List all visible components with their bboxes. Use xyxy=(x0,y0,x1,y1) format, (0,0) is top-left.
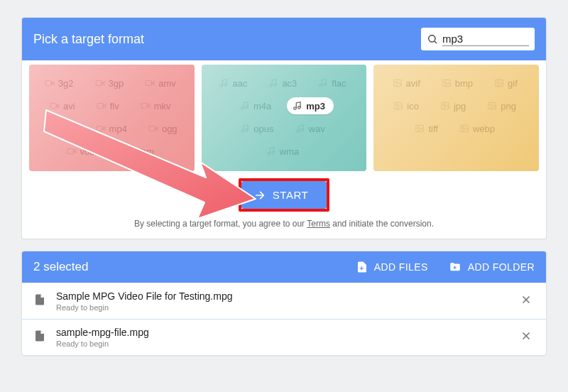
selection-actions: ADD FILES ADD FOLDER xyxy=(356,261,535,273)
svg-point-24 xyxy=(220,85,223,87)
format-group-image: avifbmpgificojpgpngtiffwebp xyxy=(373,65,539,171)
add-folder-button[interactable]: ADD FOLDER xyxy=(448,261,535,273)
format-pill-aac[interactable]: aac xyxy=(213,75,256,92)
format-pill-webm[interactable]: webm xyxy=(110,143,163,160)
remove-file-button[interactable] xyxy=(518,291,535,312)
svg-rect-58 xyxy=(359,268,363,268)
format-pill-3gp[interactable]: 3gp xyxy=(89,75,133,92)
svg-rect-4 xyxy=(96,81,102,86)
svg-point-41 xyxy=(395,82,397,83)
music-note-icon xyxy=(240,124,250,134)
format-pill-opus[interactable]: opus xyxy=(234,120,282,137)
format-pill-tiff[interactable]: tiff xyxy=(409,120,447,137)
search-input[interactable] xyxy=(442,33,529,46)
format-pill-flac[interactable]: flac xyxy=(312,75,354,92)
format-pill-avi[interactable]: avi xyxy=(44,97,84,114)
format-pill-label: vob xyxy=(80,147,95,156)
svg-point-30 xyxy=(241,107,244,110)
svg-point-36 xyxy=(296,130,299,133)
svg-point-26 xyxy=(270,85,273,87)
start-label: START xyxy=(273,189,308,201)
format-pill-label: ogg xyxy=(162,124,178,134)
remove-file-button[interactable] xyxy=(518,327,535,348)
format-pill-ico[interactable]: ico xyxy=(388,97,427,114)
file-icon xyxy=(33,330,46,345)
svg-point-25 xyxy=(224,84,227,87)
format-pill-mov[interactable]: mov xyxy=(38,120,83,137)
format-pill-ogg[interactable]: ogg xyxy=(143,120,186,137)
music-note-icon xyxy=(318,78,328,88)
folder-plus-icon xyxy=(448,261,462,273)
svg-point-34 xyxy=(241,130,244,133)
svg-rect-22 xyxy=(117,149,123,154)
format-pill-jpg[interactable]: jpg xyxy=(435,97,474,114)
svg-rect-8 xyxy=(50,104,56,109)
format-pill-gif[interactable]: gif xyxy=(488,75,526,92)
format-pill-label: jpg xyxy=(454,102,466,111)
video-icon xyxy=(116,146,126,156)
format-pill-mkv[interactable]: mkv xyxy=(135,97,180,114)
image-icon xyxy=(393,101,403,111)
svg-point-29 xyxy=(324,84,327,87)
svg-point-28 xyxy=(320,85,322,87)
format-pill-3g2[interactable]: 3g2 xyxy=(39,75,82,92)
format-pill-wma[interactable]: wma xyxy=(261,143,307,160)
svg-point-51 xyxy=(490,104,491,106)
format-pill-label: flv xyxy=(110,102,119,111)
file-status: Ready to begin xyxy=(56,303,508,312)
format-pill-label: webm xyxy=(129,147,154,156)
svg-rect-60 xyxy=(453,267,457,268)
svg-rect-14 xyxy=(44,126,50,131)
format-pill-ac3[interactable]: ac3 xyxy=(263,75,305,92)
music-note-icon xyxy=(240,101,250,111)
image-icon xyxy=(415,124,425,134)
format-pill-avif[interactable]: avif xyxy=(387,75,429,92)
format-pill-label: bmp xyxy=(455,79,473,88)
format-pill-m4a[interactable]: m4a xyxy=(234,97,280,114)
format-pill-label: avi xyxy=(63,102,75,111)
search-box[interactable] xyxy=(421,28,535,50)
format-pill-label: 3g2 xyxy=(58,79,74,88)
format-pill-label: 3gp xyxy=(109,79,124,88)
file-plus-icon xyxy=(356,261,368,273)
format-pill-mp4[interactable]: mp4 xyxy=(90,120,136,137)
svg-point-45 xyxy=(497,82,498,83)
svg-point-39 xyxy=(271,152,274,155)
svg-point-31 xyxy=(246,107,248,109)
format-pill-png[interactable]: png xyxy=(481,97,525,114)
format-pill-mp3[interactable]: mp3 xyxy=(287,97,334,114)
video-icon xyxy=(50,101,60,111)
format-group-audio: aacac3flacm4amp3opuswavwma xyxy=(202,65,367,171)
format-pill-bmp[interactable]: bmp xyxy=(436,75,481,92)
add-files-button[interactable]: ADD FILES xyxy=(356,261,428,273)
svg-point-32 xyxy=(294,107,297,110)
format-card: Pick a target format 3g23gpamvaviflvmkvm… xyxy=(21,17,547,239)
format-title: Pick a target format xyxy=(33,32,144,47)
music-note-icon xyxy=(219,78,229,88)
file-name: Sample MPG Video File for Testing.mpg xyxy=(56,290,508,302)
svg-rect-6 xyxy=(146,81,151,86)
video-icon xyxy=(141,101,151,111)
svg-rect-16 xyxy=(97,126,102,131)
format-pill-flv[interactable]: flv xyxy=(91,97,128,114)
terms-link[interactable]: Terms xyxy=(307,219,330,229)
format-pill-label: mp3 xyxy=(306,102,325,111)
format-pill-webp[interactable]: webp xyxy=(454,120,503,137)
svg-rect-12 xyxy=(141,104,147,109)
format-pill-label: amv xyxy=(158,79,176,88)
svg-point-43 xyxy=(444,82,446,83)
format-pill-label: mp4 xyxy=(109,124,127,134)
video-icon xyxy=(97,101,106,111)
format-pill-vob[interactable]: vob xyxy=(61,143,104,160)
format-pill-label: tiff xyxy=(428,124,438,134)
format-pill-wav[interactable]: wav xyxy=(290,120,334,137)
terms-text: By selecting a target format, you agree … xyxy=(22,214,546,239)
music-note-icon xyxy=(295,124,305,134)
svg-point-0 xyxy=(429,36,435,42)
format-pill-amv[interactable]: amv xyxy=(139,75,185,92)
svg-point-38 xyxy=(268,153,271,156)
music-note-icon xyxy=(266,146,276,156)
start-button[interactable]: START xyxy=(241,181,327,209)
format-pill-label: wav xyxy=(309,124,325,134)
file-name: sample-mpg-file.mpg xyxy=(56,327,508,338)
